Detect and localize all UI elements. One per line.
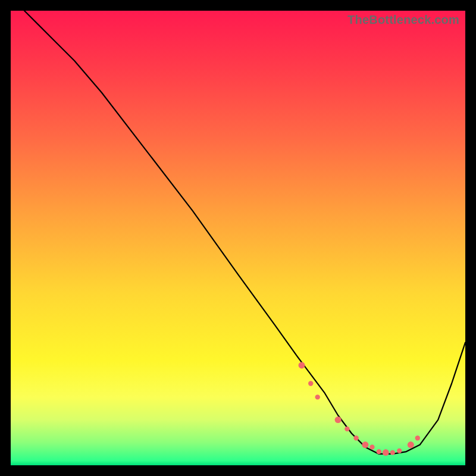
highlight-dot (308, 381, 313, 386)
highlight-dot (353, 436, 358, 440)
highlight-dot (397, 448, 402, 453)
highlight-dot (335, 416, 342, 423)
bottleneck-curve (24, 11, 465, 454)
highlight-dot (390, 450, 395, 455)
highlight-dot (415, 436, 420, 440)
highlight-dot (315, 394, 320, 399)
highlight-dot (408, 441, 414, 448)
highlight-dot (362, 441, 368, 448)
highlight-dot (345, 427, 349, 431)
highlight-dot (383, 449, 389, 456)
highlight-dot (369, 444, 374, 449)
highlight-dot (299, 362, 305, 368)
chart-svg (11, 11, 465, 465)
highlight-dot (377, 449, 381, 454)
plot-area: TheBottleneck.com (11, 11, 465, 465)
chart-frame: TheBottleneck.com (0, 0, 476, 476)
